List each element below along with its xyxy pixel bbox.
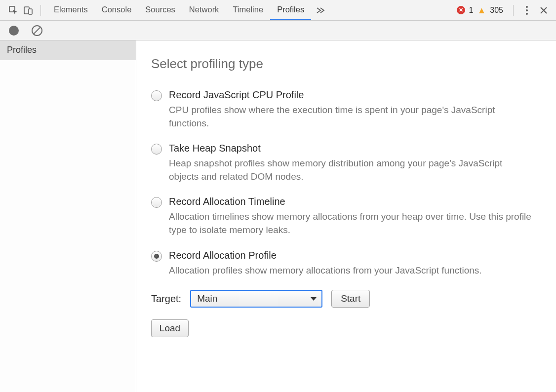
device-toolbar-icon[interactable] <box>22 4 35 17</box>
warning-count: 305 <box>490 6 503 15</box>
option-allocation-timeline: Record Allocation Timeline Allocation ti… <box>151 196 544 236</box>
radio-heap-snapshot[interactable] <box>151 144 162 155</box>
start-button[interactable]: Start <box>331 290 370 308</box>
radio-cpu-profile[interactable] <box>151 90 162 101</box>
target-select-value: Main <box>197 293 217 304</box>
target-select[interactable]: Main <box>190 290 322 308</box>
radio-allocation-timeline[interactable] <box>151 197 162 208</box>
option-cpu-profile: Record JavaScript CPU Profile CPU profil… <box>151 89 544 130</box>
close-icon[interactable] <box>536 3 551 18</box>
load-button[interactable]: Load <box>151 319 189 337</box>
option-description: Allocation profiles show memory allocati… <box>169 264 534 277</box>
tab-console[interactable]: Console <box>95 0 139 20</box>
target-label: Target: <box>151 293 181 305</box>
option-title[interactable]: Record Allocation Profile <box>169 250 544 261</box>
error-icon: ✕ <box>457 6 465 14</box>
svg-point-4 <box>526 9 528 11</box>
option-allocation-profile: Record Allocation Profile Allocation pro… <box>151 250 544 277</box>
option-title[interactable]: Take Heap Snapshot <box>169 143 544 154</box>
tab-profiles[interactable]: Profiles <box>270 0 311 20</box>
main-panel: Select profiling type Record JavaScript … <box>136 40 556 392</box>
option-description: Allocation timelines show memory allocat… <box>169 210 534 236</box>
option-title[interactable]: Record Allocation Timeline <box>169 196 544 207</box>
console-badges[interactable]: ✕ 1 ▲ 305 <box>457 6 507 15</box>
option-heap-snapshot: Take Heap Snapshot Heap snapshot profile… <box>151 143 544 183</box>
chevron-down-icon <box>311 297 317 301</box>
divider <box>40 5 41 16</box>
option-title[interactable]: Record JavaScript CPU Profile <box>169 89 544 101</box>
svg-rect-2 <box>29 9 32 14</box>
svg-point-5 <box>526 13 528 15</box>
profiles-toolbar <box>0 21 556 40</box>
option-description: Heap snapshot profiles show memory distr… <box>169 157 534 183</box>
tab-sources[interactable]: Sources <box>138 0 182 20</box>
clear-all-icon[interactable] <box>32 25 42 36</box>
radio-allocation-profile[interactable] <box>151 251 162 262</box>
inspect-element-icon[interactable] <box>7 4 20 17</box>
tab-network[interactable]: Network <box>182 0 226 20</box>
svg-point-3 <box>526 6 528 8</box>
sidebar-item-profiles[interactable]: Profiles <box>0 40 136 60</box>
profiles-sidebar: Profiles <box>0 40 136 392</box>
more-tabs-icon[interactable] <box>311 0 330 20</box>
devtools-topbar: Elements Console Sources Network Timelin… <box>0 0 556 21</box>
settings-menu-icon[interactable] <box>519 3 534 18</box>
record-button-icon[interactable] <box>9 26 19 36</box>
option-description: CPU profiles show where the execution ti… <box>169 104 534 130</box>
warning-icon: ▲ <box>477 6 486 15</box>
tab-timeline[interactable]: Timeline <box>226 0 270 20</box>
tab-elements[interactable]: Elements <box>47 0 95 20</box>
divider <box>513 5 514 16</box>
page-title: Select profiling type <box>151 56 544 72</box>
error-count: 1 <box>469 6 474 15</box>
devtools-tabs: Elements Console Sources Network Timelin… <box>47 0 330 20</box>
